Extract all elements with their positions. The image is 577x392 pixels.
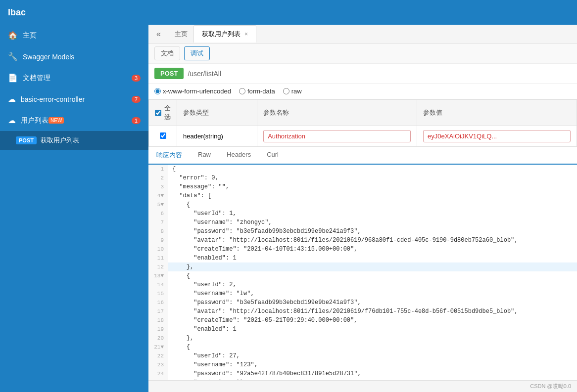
post-method-badge: POST <box>16 136 37 144</box>
radio-raw-label: raw <box>291 87 302 95</box>
line-content: "createTime": "2021-05-21T09:29:40.000+0… <box>168 316 577 325</box>
sidebar: 🏠 主页 🔧 Swagger Models 📄 文档管理 3 ☁ basic-e… <box>0 25 148 392</box>
line-content: "userId": 1, <box>168 209 577 218</box>
param-row-checkbox-cell <box>149 126 177 147</box>
line-number: 9 <box>148 236 168 245</box>
param-name <box>257 126 417 147</box>
doc-button[interactable]: 文档 <box>154 46 180 60</box>
table-header-value: 参数值 <box>417 100 577 126</box>
line-content: "enabled": 1 <box>168 325 577 334</box>
table-header-name: 参数名称 <box>257 100 417 126</box>
radio-raw-input[interactable] <box>283 88 289 94</box>
code-line: 19 "enabled": 1 <box>148 325 577 334</box>
footer-text: CSDN @哎呦0.0 <box>530 383 571 389</box>
resp-tab-headers[interactable]: Headers <box>219 147 259 164</box>
param-value <box>417 126 577 147</box>
sidebar-item-home-label: 主页 <box>23 31 37 40</box>
sidebar-item-docs[interactable]: 📄 文档管理 3 <box>0 67 148 88</box>
code-area: 1 {2 "error": 0,3 "message": "",4▼ "data… <box>148 165 577 380</box>
line-content: "password": "92a5e42f787b40bec8317891e5d… <box>168 369 577 378</box>
line-content: "username": "zhongyc", <box>168 218 577 227</box>
line-content: }, <box>168 334 577 343</box>
code-line: 16 "password": "b3e5faadb99b3ebcbd199e9b… <box>148 298 577 307</box>
line-number: 19 <box>148 325 168 334</box>
home-tab-label: 主页 <box>175 30 188 38</box>
app-title: Ibac <box>8 7 26 18</box>
code-line: 5▼ { <box>148 200 577 209</box>
radio-urlencoded-input[interactable] <box>154 88 161 94</box>
users-badge: 1 <box>132 117 141 124</box>
line-number: 17 <box>148 307 168 316</box>
main-content: POST /user/listAll x-www-form-urlencoded… <box>148 64 577 380</box>
code-line: 11 "enabled": 1 <box>148 254 577 262</box>
code-line: 3 "message": "", <box>148 182 577 191</box>
resp-tab-content[interactable]: 响应内容 <box>148 147 190 165</box>
line-content: "error": 0, <box>168 174 577 182</box>
line-number: 7 <box>148 218 168 227</box>
sidebar-item-swagger-label: Swagger Models <box>23 53 74 61</box>
radio-raw[interactable]: raw <box>283 87 302 95</box>
radio-formdata-label: form-data <box>247 87 275 95</box>
line-number: 3 <box>148 182 168 191</box>
sidebar-item-swagger[interactable]: 🔧 Swagger Models <box>0 46 148 67</box>
line-content: "password": "b3e5faadb99b3ebcbd199e9be24… <box>168 227 577 236</box>
sidebar-item-home[interactable]: 🏠 主页 <box>0 25 148 46</box>
radio-urlencoded[interactable]: x-www-form-urlencoded <box>154 87 231 95</box>
home-icon: 🏠 <box>8 31 18 40</box>
line-content: "avatar": "http://localhost:8011/files/2… <box>168 307 577 316</box>
request-url: /user/listAll <box>188 70 221 78</box>
line-number: 10 <box>148 245 168 254</box>
line-number: 1 <box>148 165 168 174</box>
line-number: 12 <box>148 262 168 271</box>
select-all-checkbox[interactable] <box>155 110 161 116</box>
sidebar-item-users-label: 用户列表 <box>21 116 48 125</box>
line-content: "avatar": "http://localhost:8011/files/2… <box>168 236 577 245</box>
param-checkbox[interactable] <box>160 132 166 139</box>
line-number: 24 <box>148 369 168 378</box>
line-number: 11 <box>148 254 168 262</box>
line-number: 16 <box>148 298 168 307</box>
toolbar: 文档 调试 <box>148 44 577 64</box>
table-header-select: 全选 <box>149 100 177 126</box>
tab-home[interactable]: 主页 <box>169 26 193 43</box>
sidebar-item-error[interactable]: ☁ basic-error-controller 7 <box>0 88 148 110</box>
resp-tab-raw[interactable]: Raw <box>190 147 219 164</box>
app-header: Ibac <box>0 0 577 25</box>
collapse-button[interactable]: « <box>152 28 165 41</box>
line-number: 4▼ <box>148 191 168 200</box>
content-type-group: x-www-form-urlencoded form-data raw <box>148 84 577 99</box>
response-tabs: 响应内容 Raw Headers Curl <box>148 147 577 165</box>
param-name-input[interactable] <box>263 130 411 142</box>
method-bar: POST /user/listAll <box>148 64 577 84</box>
sidebar-item-post-user[interactable]: POST 获取用户列表 <box>0 131 148 150</box>
sidebar-item-error-label: basic-error-controller <box>21 95 85 103</box>
app-container: Ibac 🏠 主页 🔧 Swagger Models 📄 文档管理 3 ☁ <box>0 0 577 392</box>
code-line: 7 "username": "zhongyc", <box>148 218 577 227</box>
code-line: 18 "createTime": "2021-05-21T09:29:40.00… <box>148 316 577 325</box>
line-content: "password": "b3e5faadb99b3ebcbd199e9be24… <box>168 298 577 307</box>
tab-close-icon[interactable]: × <box>244 31 248 38</box>
code-line: 12 }, <box>148 262 577 271</box>
code-line: 24 "password": "92a5e42f787b40bec8317891… <box>148 369 577 378</box>
code-line: 15 "username": "lw", <box>148 289 577 298</box>
error-icon: ☁ <box>8 94 16 104</box>
code-line: 13▼ { <box>148 271 577 280</box>
code-line: 21▼ { <box>148 343 577 351</box>
line-content: "userId": 27, <box>168 351 577 360</box>
debug-button[interactable]: 调试 <box>184 46 210 60</box>
code-line: 10 "createTime": "2021-04-10T01:43:15.00… <box>148 245 577 254</box>
line-number: 2 <box>148 174 168 182</box>
line-content: { <box>168 271 577 280</box>
code-line: 1 { <box>148 165 577 174</box>
line-content: "userId": 2, <box>168 280 577 289</box>
param-value-input[interactable] <box>423 130 571 142</box>
tab-active[interactable]: 获取用户列表 × <box>193 25 256 43</box>
radio-urlencoded-label: x-www-form-urlencoded <box>163 87 231 95</box>
line-content: "message": "", <box>168 182 577 191</box>
line-content: { <box>168 200 577 209</box>
radio-formdata-input[interactable] <box>239 88 245 94</box>
param-row: header(string) <box>149 126 577 147</box>
radio-formdata[interactable]: form-data <box>239 87 275 95</box>
sidebar-item-users[interactable]: ☁ 用户列表 NEW 1 <box>0 110 148 131</box>
resp-tab-curl[interactable]: Curl <box>259 147 287 164</box>
